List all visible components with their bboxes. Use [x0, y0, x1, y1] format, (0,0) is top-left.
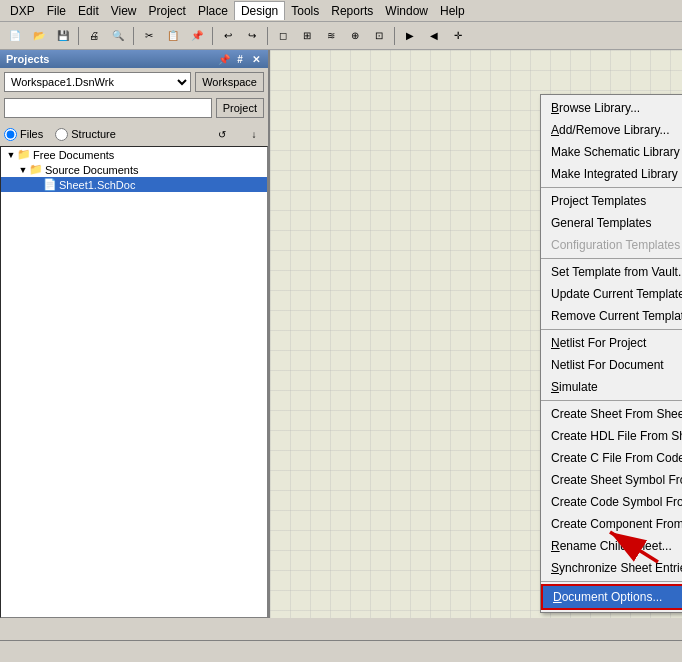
toolbar-sep-3 [212, 27, 213, 45]
files-radio-label[interactable]: Files [4, 128, 43, 141]
toolbar-copy[interactable]: 📋 [162, 25, 184, 47]
project-button[interactable]: Project [216, 98, 264, 118]
menu-create-hdl-file[interactable]: Create HDL File From Sheet Symbol ▶ [541, 425, 682, 447]
project-templates-label: Project Templates [551, 194, 646, 208]
create-code-symbol-label: Create Code Symbol From C File [551, 495, 682, 509]
panel-hash-icon[interactable]: # [234, 53, 246, 65]
menu-create-component[interactable]: Create Component From Sheet [541, 513, 682, 535]
toolbar-net[interactable]: ≋ [320, 25, 342, 47]
toolbar-3d[interactable]: ◻ [272, 25, 294, 47]
menu-edit[interactable]: Edit [72, 2, 105, 20]
separator-5 [541, 581, 682, 582]
menu-project[interactable]: Project [143, 2, 192, 20]
toolbar-paste[interactable]: 📌 [186, 25, 208, 47]
tree-sheet1[interactable]: 📄 Sheet1.SchDoc [1, 177, 267, 192]
tree-free-documents[interactable]: ▼ 📁 Free Documents [1, 147, 267, 162]
structure-label: Structure [71, 128, 116, 140]
create-hdl-file-label: Create HDL File From Sheet Symbol [551, 429, 682, 443]
menu-reports[interactable]: Reports [325, 2, 379, 20]
add-remove-library-label: Add/Remove Library... [551, 123, 670, 137]
menu-help[interactable]: Help [434, 2, 471, 20]
toolbar-sep-1 [78, 27, 79, 45]
menu-view[interactable]: View [105, 2, 143, 20]
toolbar-zoom[interactable]: ⊕ [344, 25, 366, 47]
menu-general-templates[interactable]: General Templates ▶ [541, 212, 682, 234]
menu-tools[interactable]: Tools [285, 2, 325, 20]
structure-radio[interactable] [55, 128, 68, 141]
menu-set-template-vault[interactable]: Set Template from Vault... [541, 261, 682, 283]
menu-netlist-document[interactable]: Netlist For Document ▶ [541, 354, 682, 376]
create-c-file-label: Create C File From Code Symbol [551, 451, 682, 465]
netlist-document-label: Netlist For Document [551, 358, 664, 372]
project-row: Project [0, 96, 268, 122]
menu-window[interactable]: Window [379, 2, 434, 20]
create-sheet-symbol-hdl-label: Create Sheet Symbol From Sheet or HDL [551, 473, 682, 487]
make-integrated-library-label: Make Integrated Library [551, 167, 678, 181]
menu-netlist-project[interactable]: Netlist For Project ▶ [541, 332, 682, 354]
project-search-input[interactable] [4, 98, 212, 118]
panel-title: Projects [6, 53, 49, 65]
file-tree: ▼ 📁 Free Documents ▼ 📁 Source Documents … [0, 146, 268, 618]
panel-pin-icon[interactable]: 📌 [218, 53, 230, 65]
toolbar-preview[interactable]: 🔍 [107, 25, 129, 47]
files-radio[interactable] [4, 128, 17, 141]
panel-export-btn[interactable]: ↓ [244, 124, 264, 144]
menu-file[interactable]: File [41, 2, 72, 20]
panel-header-icons: 📌 # ✕ [218, 53, 262, 65]
panel-refresh-btn[interactable]: ↺ [212, 124, 232, 144]
toolbar-move[interactable]: ✛ [447, 25, 469, 47]
menu-browse-library[interactable]: Browse Library... [541, 97, 682, 119]
menu-update-current-template[interactable]: Update Current Template... [541, 283, 682, 305]
toolbar-arrow-right[interactable]: ▶ [399, 25, 421, 47]
make-schematic-library-label: Make Schematic Library [551, 145, 680, 159]
folder-icon-0: 📁 [17, 148, 31, 161]
expand-icon-1[interactable]: ▼ [17, 164, 29, 176]
toolbar-fit[interactable]: ⊡ [368, 25, 390, 47]
toolbar-undo[interactable]: ↩ [217, 25, 239, 47]
menu-add-remove-library[interactable]: Add/Remove Library... [541, 119, 682, 141]
toolbar-save[interactable]: 💾 [52, 25, 74, 47]
menu-simulate[interactable]: Simulate ▶ [541, 376, 682, 398]
menu-create-code-symbol[interactable]: Create Code Symbol From C File [541, 491, 682, 513]
menu-document-options[interactable]: Document Options... [541, 584, 682, 610]
toolbar-print[interactable]: 🖨 [83, 25, 105, 47]
synchronize-sheet-label: Synchronize Sheet Entries and Ports [551, 561, 682, 575]
structure-radio-label[interactable]: Structure [55, 128, 116, 141]
workspace-button[interactable]: Workspace [195, 72, 264, 92]
toolbar-redo[interactable]: ↪ [241, 25, 263, 47]
doc-icon-2: 📄 [43, 178, 57, 191]
update-current-template-label: Update Current Template... [551, 287, 682, 301]
browse-library-label: Browse Library... [551, 101, 640, 115]
menu-project-templates[interactable]: Project Templates ▶ [541, 190, 682, 212]
set-template-vault-label: Set Template from Vault... [551, 265, 682, 279]
menu-config-templates: Configuration Templates ▶ [541, 234, 682, 256]
toolbar-arrow-left[interactable]: ◀ [423, 25, 445, 47]
menu-remove-current-template[interactable]: Remove Current Template... [541, 305, 682, 327]
menu-make-integrated-library[interactable]: Make Integrated Library [541, 163, 682, 185]
panel-close-icon[interactable]: ✕ [250, 53, 262, 65]
menu-create-sheet-symbol-hdl[interactable]: Create Sheet Symbol From Sheet or HDL [541, 469, 682, 491]
menu-create-c-file[interactable]: Create C File From Code Symbol [541, 447, 682, 469]
folder-icon-1: 📁 [29, 163, 43, 176]
toolbar-hierarchy[interactable]: ⊞ [296, 25, 318, 47]
workspace-row: Workspace1.DsnWrk Workspace [0, 68, 268, 96]
menu-dxp[interactable]: DXP [4, 2, 41, 20]
design-dropdown-menu: Browse Library... Add/Remove Library... … [540, 94, 682, 613]
expand-icon-0[interactable]: ▼ [5, 149, 17, 161]
toolbar-cut[interactable]: ✂ [138, 25, 160, 47]
toolbar-open[interactable]: 📂 [28, 25, 50, 47]
tree-label-source-documents: Source Documents [45, 164, 139, 176]
menu-create-sheet-symbol[interactable]: Create Sheet From Sheet Symbol [541, 403, 682, 425]
menu-make-schematic-library[interactable]: Make Schematic Library [541, 141, 682, 163]
menu-place[interactable]: Place [192, 2, 234, 20]
panel-tabs: Files Structure ↺ ↓ [0, 122, 268, 146]
tree-source-documents[interactable]: ▼ 📁 Source Documents [1, 162, 267, 177]
menu-rename-child-sheet[interactable]: Rename Child Sheet... [541, 535, 682, 557]
simulate-label: Simulate [551, 380, 598, 394]
menu-synchronize-sheet[interactable]: Synchronize Sheet Entries and Ports [541, 557, 682, 579]
workspace-dropdown[interactable]: Workspace1.DsnWrk [4, 72, 191, 92]
projects-panel: Projects 📌 # ✕ Workspace1.DsnWrk Workspa… [0, 50, 270, 618]
tree-label-sheet1: Sheet1.SchDoc [59, 179, 135, 191]
menu-design[interactable]: Design [234, 1, 285, 20]
toolbar-new[interactable]: 📄 [4, 25, 26, 47]
